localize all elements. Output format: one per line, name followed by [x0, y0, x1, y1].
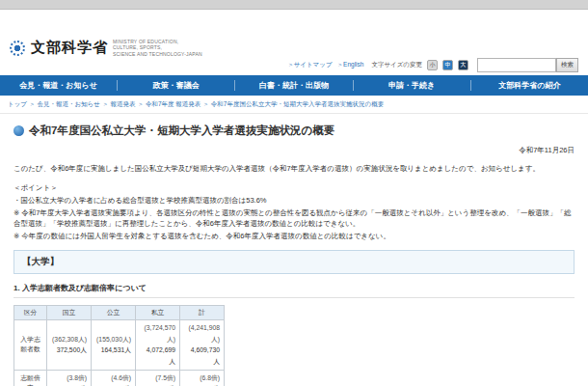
- breadcrumb-separator: ＞: [29, 100, 36, 107]
- page-title-row: 令和7年度国公私立大学・短期大学入学者選抜実施状況の概要: [13, 124, 575, 138]
- nav-item-statistics[interactable]: 白書・統計・出版物: [235, 75, 352, 96]
- row-label-applicants: 入学志願者数: [14, 320, 47, 370]
- font-size-medium-button[interactable]: 中: [442, 60, 453, 70]
- breadcrumb-link-r7-release[interactable]: 令和7年度 報道発表: [146, 100, 200, 107]
- table-cell: (362,308人) 372,500人: [47, 320, 92, 370]
- page-title: 令和7年度国公私立大学・短期大学入学者選抜実施状況の概要: [29, 124, 334, 138]
- nav-item-applications[interactable]: 申請・手続き: [354, 75, 470, 96]
- title-marker-icon: [13, 125, 24, 136]
- site-name-english: MINISTRY OF EDUCATION, CULTURE, SPORTS, …: [113, 39, 202, 57]
- table-header-public: 公立: [92, 306, 136, 320]
- publish-date: 令和7年11月26日: [13, 146, 575, 155]
- breadcrumb-separator: ＞: [137, 100, 144, 107]
- font-size-small-button[interactable]: 小: [427, 60, 438, 70]
- mext-emblem-icon: [10, 41, 25, 56]
- header-utility-row: ＞サイトマップ ＞English 文字サイズの変更 小 中 大 検索: [287, 58, 578, 72]
- table-cell: (4.6倍) 4.8倍: [92, 370, 136, 386]
- site-header: 文部科学省 MINISTRY OF EDUCATION, CULTURE, SP…: [0, 10, 588, 75]
- main-content: 令和7年度国公私立大学・短期大学入学者選抜実施状況の概要 令和7年11月26日 …: [0, 114, 588, 386]
- site-name: 文部科学省: [31, 39, 108, 57]
- subsection-title: 1. 入学志願者数及び志願倍率について: [13, 283, 575, 298]
- search-input[interactable]: [477, 58, 556, 72]
- table-cell: (3.8倍) 3.9倍: [47, 370, 92, 386]
- search-button[interactable]: 検索: [556, 58, 578, 72]
- nav-item-policy[interactable]: 政策・審議会: [118, 75, 234, 96]
- table-cell: (7.5倍) 8.1倍: [136, 370, 180, 386]
- table-cell: (4,241,908人) 4,609,730人: [180, 320, 225, 370]
- breadcrumb-separator: ＞: [202, 100, 209, 107]
- global-nav: 会見・報道・お知らせ 政策・審議会 白書・統計・出版物 申請・手続き 文部科学省…: [0, 75, 588, 96]
- font-size-large-button[interactable]: 大: [458, 60, 468, 70]
- search-box: 検索: [477, 58, 578, 72]
- section-header-university: 【大学】: [13, 250, 575, 274]
- applicants-table: 区分 国立 公立 私立 計 入学志願者数 (362,308人) 372,500人…: [13, 305, 225, 386]
- site-logo[interactable]: 文部科学省 MINISTRY OF EDUCATION, CULTURE, SP…: [10, 39, 202, 57]
- table-row-applicants: 入学志願者数 (362,308人) 372,500人 (155,030人) 16…: [14, 320, 225, 370]
- breadcrumb-link-release[interactable]: 報道発表: [110, 100, 135, 107]
- table-header-national: 国立: [47, 306, 92, 320]
- breadcrumb: トップ＞会見・報道・お知らせ＞報道発表＞令和7年度 報道発表＞令和7年度国公私立…: [0, 96, 588, 114]
- breadcrumb-separator: ＞: [102, 100, 109, 107]
- table-cell: (6.8倍) 7.3倍: [180, 370, 225, 386]
- nav-item-press[interactable]: 会見・報道・お知らせ: [0, 75, 117, 96]
- breadcrumb-link-top[interactable]: トップ: [8, 100, 27, 107]
- font-size-label: 文字サイズの変更: [371, 61, 422, 69]
- points-block: ＜ポイント＞ ・国公私立大学の入学者に占める総合型選抜と学校推薦型選抜の割合は5…: [13, 182, 575, 241]
- table-cell: (155,030人) 164,531人: [92, 320, 136, 370]
- browser-top-strip: [0, 0, 588, 10]
- points-heading: ＜ポイント＞: [13, 182, 575, 194]
- table-header-total: 計: [180, 306, 225, 320]
- table-cell: (3,724,570人) 4,072,699人: [136, 320, 180, 370]
- point-item: ※ 今年度の数値には外国人留学生を対象とする選抜を含むため、令和6年度入学者選抜…: [13, 231, 575, 242]
- intro-paragraph: このたび、令和6年度に実施しました国公私立大学及び短期大学の入学者選抜（令和7年…: [13, 163, 575, 174]
- table-header-category: 区分: [14, 306, 47, 320]
- table-row-ratio: 志願倍率 (3.8倍) 3.9倍 (4.6倍) 4.8倍 (7.5倍) 8.1倍…: [14, 370, 225, 386]
- table-header-row: 区分 国立 公立 私立 計: [14, 306, 225, 320]
- point-item: ・国公私立大学の入学者に占める総合型選抜と学校推薦型選抜の割合は53.6%: [13, 195, 575, 207]
- nav-item-about[interactable]: 文部科学省の紹介: [471, 75, 588, 96]
- sitemap-link[interactable]: ＞サイトマップ: [287, 61, 332, 69]
- english-link[interactable]: ＞English: [337, 61, 364, 69]
- breadcrumb-link-press[interactable]: 会見・報道・お知らせ: [37, 100, 99, 107]
- row-label-ratio: 志願倍率: [14, 370, 47, 386]
- table-header-private: 私立: [136, 306, 180, 320]
- point-item: ※ 令和7年度大学入学者選抜実施要項より、各選抜区分の特性と選抜の実態との整合性…: [13, 207, 575, 230]
- breadcrumb-current-page: 令和7年度国公私立大学・短期大学入学者選抜実施状況の概要: [211, 100, 384, 107]
